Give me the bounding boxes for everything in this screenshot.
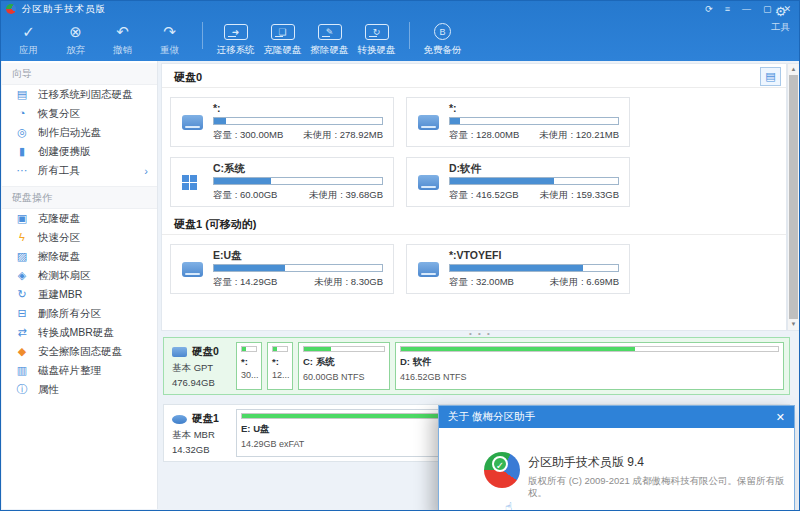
sidebar-item-check-bad-sectors[interactable]: ◈检测坏扇区 bbox=[2, 266, 157, 285]
sidebar-item-label: 恢复分区 bbox=[38, 107, 80, 121]
clone-disk-button[interactable]: ❏克隆硬盘 bbox=[259, 22, 306, 57]
tools-button[interactable]: ⚙ 工具 bbox=[771, 4, 790, 34]
sidebar-item-quick-partition[interactable]: ϟ快速分区 bbox=[2, 228, 157, 247]
scroll-up-icon[interactable]: ▲ bbox=[788, 64, 799, 75]
about-dialog-titlebar[interactable]: 关于 傲梅分区助手 ✕ bbox=[439, 406, 794, 428]
refresh-icon[interactable]: ⟳ bbox=[705, 5, 713, 14]
apply-button[interactable]: ✓应用 bbox=[5, 22, 52, 57]
erase-disk-icon: ▨ bbox=[15, 251, 29, 262]
partition-name: *: bbox=[213, 102, 383, 114]
disk-scheme: 基本 GPT bbox=[172, 362, 236, 375]
partition-name: *: bbox=[449, 102, 619, 114]
disk-size: 476.94GB bbox=[172, 377, 236, 388]
sidebar-item-make-bootable-cd[interactable]: ◎制作启动光盘 bbox=[2, 123, 157, 142]
minimize-icon[interactable]: — bbox=[742, 5, 751, 14]
usage-bar bbox=[449, 264, 619, 272]
app-logo-icon bbox=[6, 4, 16, 14]
disk-map-block[interactable]: *:12... bbox=[267, 342, 293, 390]
disk-map-block[interactable]: *:30... bbox=[236, 342, 262, 390]
disk-map-row: 硬盘0基本 GPT476.94GB*:30...*:12...C: 系统60.0… bbox=[163, 337, 790, 395]
partition-card[interactable]: E:U盘容量 : 14.29GB未使用 : 8.30GB bbox=[170, 244, 394, 294]
toolbar-button-label: 擦除硬盘 bbox=[311, 44, 349, 57]
sidebar-item-erase-disk[interactable]: ▨擦除硬盘 bbox=[2, 247, 157, 266]
partition-card[interactable]: *:容量 : 300.00MB未使用 : 278.92MB bbox=[170, 97, 394, 147]
sidebar-item-clone-disk[interactable]: ▣克隆硬盘 bbox=[2, 209, 157, 228]
erase-disk-button[interactable]: ✎擦除硬盘 bbox=[306, 22, 353, 57]
sidebar-item-all-tools[interactable]: ⋯所有工具› bbox=[2, 161, 157, 180]
usage-bar bbox=[449, 117, 619, 125]
capacity-text: 容量 : 60.00GB bbox=[213, 189, 277, 202]
scroll-down-icon[interactable]: ▼ bbox=[788, 319, 799, 330]
app-window: 分区助手技术员版 ⟳≡—▢✕ ✓应用⊗放弃↶撤销↷重做➜迁移系统❏克隆硬盘✎擦除… bbox=[0, 0, 800, 511]
product-name: 分区助手技术员版 9.4 bbox=[528, 454, 644, 471]
partition-card[interactable]: *:VTOYEFI容量 : 32.00MB未使用 : 6.69MB bbox=[406, 244, 630, 294]
menu-icon[interactable]: ≡ bbox=[725, 5, 730, 14]
unused-text: 未使用 : 39.68GB bbox=[309, 189, 383, 202]
disk-map-block[interactable]: D: 软件416.52GB NTFS bbox=[395, 342, 784, 390]
sidebar-item-label: 检测坏扇区 bbox=[38, 269, 91, 283]
sidebar-item-disk-defrag[interactable]: ▥磁盘碎片整理 bbox=[2, 361, 157, 380]
drive-icon bbox=[182, 115, 203, 130]
migrate-system-button[interactable]: ➜迁移系统 bbox=[212, 22, 259, 57]
drive-icon bbox=[182, 262, 203, 277]
partition-name: E:U盘 bbox=[213, 249, 383, 261]
undo-icon: ↶ bbox=[116, 22, 129, 42]
migrate-system-icon: ➜ bbox=[224, 22, 248, 42]
drive-icon bbox=[418, 262, 439, 277]
unused-text: 未使用 : 278.92MB bbox=[303, 129, 383, 142]
partition-card[interactable]: *:容量 : 128.00MB未使用 : 120.21MB bbox=[406, 97, 630, 147]
disk-size: 14.32GB bbox=[172, 444, 236, 455]
sidebar-item-label: 安全擦除固态硬盘 bbox=[38, 345, 122, 359]
view-toggle-button[interactable]: ▤ bbox=[760, 67, 781, 86]
sidebar-item-label: 创建便携版 bbox=[38, 145, 91, 159]
clone-disk-icon: ▣ bbox=[15, 213, 29, 224]
undo-button[interactable]: ↶撤销 bbox=[99, 22, 146, 57]
partition-card[interactable]: D:软件容量 : 416.52GB未使用 : 159.33GB bbox=[406, 157, 630, 207]
drive-icon bbox=[418, 175, 439, 190]
sidebar-section-header: 向导 bbox=[2, 63, 157, 85]
partition-size: 12... bbox=[272, 370, 288, 380]
partition-card[interactable]: C:系统容量 : 60.00GB未使用 : 39.68GB bbox=[170, 157, 394, 207]
disk-label[interactable]: 硬盘0基本 GPT476.94GB bbox=[164, 338, 236, 394]
apply-icon: ✓ bbox=[22, 22, 35, 42]
sidebar-item-delete-all-partitions[interactable]: ⊟删除所有分区 bbox=[2, 304, 157, 323]
scrollbar-thumb[interactable] bbox=[789, 75, 798, 319]
redo-button[interactable]: ↷重做 bbox=[146, 22, 193, 57]
disk-defrag-icon: ▥ bbox=[15, 365, 29, 376]
sidebar-item-recover-partition[interactable]: ◔恢复分区 bbox=[2, 104, 157, 123]
vertical-scrollbar[interactable]: ▲ ▼ bbox=[787, 63, 800, 331]
toolbar-button-label: 撤销 bbox=[113, 44, 132, 57]
toolbar-button-label: 重做 bbox=[160, 44, 179, 57]
free-backup-button[interactable]: B免费备份 bbox=[419, 22, 466, 57]
toolbar-button-label: 克隆硬盘 bbox=[264, 44, 302, 57]
usb-icon bbox=[172, 415, 187, 424]
sidebar-item-migrate-os-to-ssd[interactable]: ▤迁移系统到固态硬盘 bbox=[2, 85, 157, 104]
discard-button[interactable]: ⊗放弃 bbox=[52, 22, 99, 57]
app-title: 分区助手技术员版 bbox=[22, 3, 106, 16]
disk-map-block[interactable]: C: 系统60.00GB NTFS bbox=[298, 342, 390, 390]
app-header: 分区助手技术员版 ⟳≡—▢✕ ✓应用⊗放弃↶撤销↷重做➜迁移系统❏克隆硬盘✎擦除… bbox=[1, 1, 799, 61]
drive-icon bbox=[172, 347, 187, 357]
sidebar-item-secure-erase-ssd[interactable]: ◆安全擦除固态硬盘 bbox=[2, 342, 157, 361]
toolbar-button-label: 迁移系统 bbox=[217, 44, 255, 57]
sidebar-item-rebuild-mbr[interactable]: ↻重建MBR bbox=[2, 285, 157, 304]
partition-name: D: 软件 bbox=[400, 356, 779, 369]
copyright-text: 版权所有 (C) 2009-2021 成都傲梅科技有限公司。保留所有版权。 bbox=[528, 475, 786, 499]
sidebar-item-convert-to-mbr[interactable]: ⇄转换成MBR硬盘 bbox=[2, 323, 157, 342]
partition-size: 30... bbox=[241, 370, 257, 380]
sidebar-item-label: 属性 bbox=[38, 383, 59, 397]
disk-label[interactable]: 硬盘1基本 MBR14.32GB bbox=[164, 405, 236, 461]
partition-name: C: 系统 bbox=[303, 356, 385, 369]
sidebar-item-label: 快速分区 bbox=[38, 231, 80, 245]
redo-icon: ↷ bbox=[163, 22, 176, 42]
sidebar-item-properties[interactable]: ⓘ属性 bbox=[2, 380, 157, 399]
tools-label: 工具 bbox=[771, 21, 790, 34]
about-dialog-title: 关于 傲梅分区助手 bbox=[448, 410, 535, 424]
convert-disk-button[interactable]: ↻转换硬盘 bbox=[353, 22, 400, 57]
close-icon[interactable]: ✕ bbox=[776, 411, 785, 424]
disk-group-title: 硬盘1 (可移动的) bbox=[162, 214, 786, 235]
sidebar-item-label: 制作启动光盘 bbox=[38, 126, 101, 140]
sidebar-item-create-portable[interactable]: ▮创建便携版 bbox=[2, 142, 157, 161]
about-dialog-body: ✓ 分区助手技术员版 9.4 版权所有 (C) 2009-2021 成都傲梅科技… bbox=[439, 428, 794, 511]
partition-name: *: bbox=[241, 356, 257, 367]
